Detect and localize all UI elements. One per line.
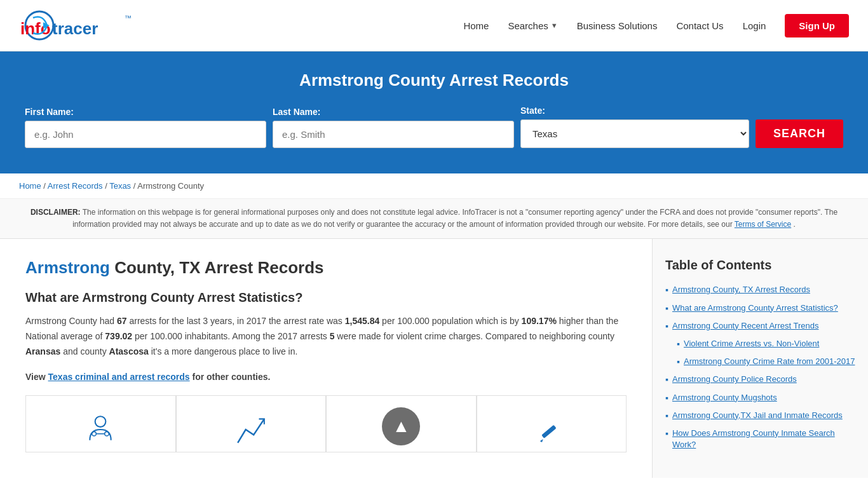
breadcrumb-home[interactable]: Home (19, 181, 41, 191)
svg-point-6 (105, 431, 109, 436)
toc-link-1[interactable]: What are Armstrong County Arrest Statist… (672, 302, 838, 314)
toc-item-7: Armstrong County,TX Jail and Inmate Reco… (665, 410, 855, 421)
arrest-icon (85, 414, 116, 445)
pct-higher: 109.17% (522, 316, 557, 326)
toc-item-8: How Does Armstrong County Inmate Search … (665, 428, 855, 451)
breadcrumb-texas[interactable]: Texas (109, 181, 131, 191)
terms-of-service-link[interactable]: Terms of Service (735, 220, 791, 229)
article-title-rest: County, TX Arrest Records (110, 258, 324, 277)
last-name-label: Last Name: (273, 107, 514, 117)
pencil-icon (536, 414, 567, 445)
disclaimer-label: DISCLAIMER: (31, 208, 81, 217)
svg-text:™: ™ (125, 14, 132, 22)
disclaimer-bar: DISCLAIMER: The information on this webp… (0, 199, 868, 239)
toc-link-0[interactable]: Armstrong County, TX Arrest Records (672, 284, 810, 295)
breadcrumb-arrest-records[interactable]: Arrest Records (48, 181, 103, 191)
disclaimer-text: The information on this webpage is for g… (72, 208, 837, 229)
searches-chevron-icon: ▼ (551, 22, 558, 29)
svg-rect-8 (541, 424, 556, 438)
view-link-paragraph: View Texas criminal and arrest records f… (25, 370, 627, 385)
search-button[interactable]: SEARCH (756, 119, 843, 148)
county1: Aransas (25, 346, 60, 356)
svg-point-5 (92, 431, 97, 436)
article-title: Armstrong County, TX Arrest Records (25, 258, 627, 278)
svg-text:tracer: tracer (52, 19, 98, 38)
trend-icon (235, 414, 267, 445)
toc-item-6: Armstrong County Mugshots (665, 392, 855, 403)
view-link-text: View (25, 372, 48, 382)
toc-link-3[interactable]: Violent Crime Arrests vs. Non-Violent (684, 338, 819, 349)
disclaimer-period: . (794, 220, 796, 229)
toc-link-2[interactable]: Armstrong County Recent Arrest Trends (672, 320, 818, 332)
icon-box-arrest (25, 395, 176, 452)
state-group: State: Texas Alabama Alaska California F… (520, 105, 749, 148)
toc-link-8[interactable]: How Does Armstrong County Inmate Search … (672, 428, 855, 451)
signup-button[interactable]: Sign Up (785, 14, 849, 37)
hero-section: Armstrong County Arrest Records First Na… (0, 51, 868, 173)
nav-contact-us[interactable]: Contact Us (676, 20, 723, 31)
content-left: Armstrong County, TX Arrest Records What… (0, 239, 652, 477)
main-content: Armstrong County, TX Arrest Records What… (0, 239, 868, 477)
last-name-group: Last Name: (273, 107, 514, 148)
logo-svg: info tracer ™ (19, 6, 146, 44)
toc-item-4: Armstrong County Crime Rate from 2001-20… (665, 356, 855, 367)
sidebar: Table of Contents Armstrong County, TX A… (652, 239, 868, 477)
toc-link-6[interactable]: Armstrong County Mugshots (672, 392, 777, 403)
stats-heading: What are Armstrong County Arrest Statist… (25, 290, 627, 305)
county2: Atascosa (109, 346, 149, 356)
icon-box-pencil (477, 395, 627, 452)
toc-item-3: Violent Crime Arrests vs. Non-Violent (665, 338, 855, 349)
nav-searches[interactable]: Searches ▼ (508, 20, 557, 31)
article-title-highlight: Armstrong (25, 258, 110, 277)
logo: info tracer ™ (19, 6, 146, 44)
first-name-label: First Name: (25, 107, 266, 117)
state-select[interactable]: Texas Alabama Alaska California Florida … (520, 119, 749, 148)
stats-paragraph: Armstrong County had 67 arrests for the … (25, 314, 627, 359)
nav-business-solutions[interactable]: Business Solutions (577, 20, 658, 31)
national-avg: 739.02 (105, 331, 132, 341)
view-link-suffix: for other counties. (190, 372, 271, 382)
toc-title: Table of Contents (665, 258, 855, 273)
breadcrumb-armstrong-county: Armstrong County (137, 181, 204, 191)
last-name-input[interactable] (273, 121, 514, 148)
first-name-group: First Name: (25, 107, 266, 148)
first-name-input[interactable] (25, 121, 266, 148)
header: info tracer ™ Home Searches ▼ Business S… (0, 0, 868, 51)
svg-marker-9 (539, 439, 543, 442)
arrests-count: 67 (117, 316, 127, 326)
toc-item-5: Armstrong County Police Records (665, 374, 855, 385)
nav-home[interactable]: Home (463, 20, 489, 31)
main-nav: Home Searches ▼ Business Solutions Conta… (463, 14, 849, 37)
scroll-top-icon[interactable]: ▲ (382, 407, 420, 445)
arrest-rate: 1,545.84 (345, 316, 380, 326)
toc-link-4[interactable]: Armstrong County Crime Rate from 2001-20… (684, 356, 855, 367)
icons-row: ▲ (25, 395, 627, 452)
toc-link-5[interactable]: Armstrong County Police Records (672, 374, 797, 385)
svg-point-4 (95, 416, 106, 427)
hero-title: Armstrong County Arrest Records (13, 71, 855, 90)
breadcrumb: Home / Arrest Records / Texas / Armstron… (0, 173, 868, 199)
icon-box-trend (176, 395, 327, 452)
toc-list: Armstrong County, TX Arrest Records What… (665, 284, 855, 451)
texas-records-link[interactable]: Texas criminal and arrest records (48, 372, 190, 382)
toc-item-1: What are Armstrong County Arrest Statist… (665, 302, 855, 314)
toc-item-2: Armstrong County Recent Arrest Trends (665, 320, 855, 332)
icon-box-up: ▲ (326, 395, 477, 452)
toc-link-7[interactable]: Armstrong County,TX Jail and Inmate Reco… (672, 410, 843, 421)
toc-item-0: Armstrong County, TX Arrest Records (665, 284, 855, 295)
nav-login[interactable]: Login (743, 20, 766, 31)
state-label: State: (520, 105, 749, 116)
search-form: First Name: Last Name: State: Texas Alab… (85, 105, 783, 148)
